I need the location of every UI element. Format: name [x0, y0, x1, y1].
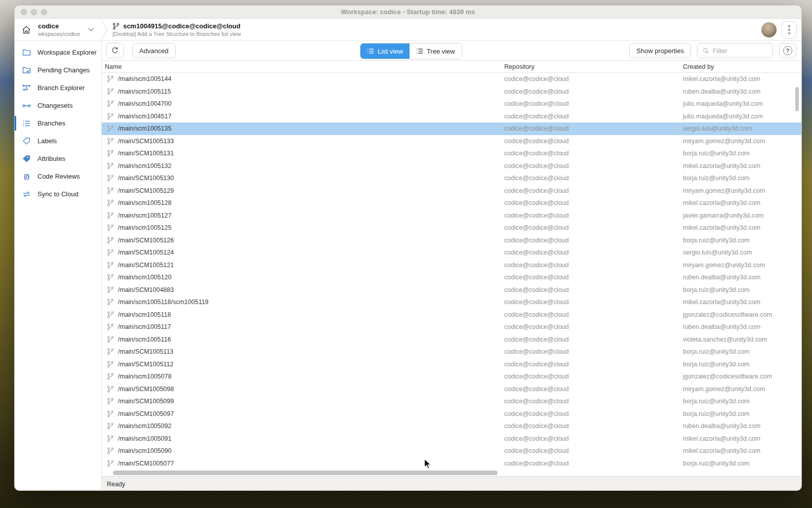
table-row[interactable]: /main/scm1005078 codice@codice@cloud jgo… [102, 370, 801, 383]
advanced-button[interactable]: Advanced [132, 43, 176, 58]
kebab-dot [788, 25, 790, 27]
table-row[interactable]: /main/SCM1005126 codice@codice@cloud bor… [102, 234, 801, 247]
branch-name-cell: /main/SCM1005098 [118, 386, 174, 393]
sidebar-item-labels[interactable]: Labels [15, 132, 101, 150]
sidebar-item-branch-explorer[interactable]: Branch Explorer [15, 79, 101, 97]
table-row[interactable]: /main/SCM1005077 codice@codice@cloud bor… [102, 457, 801, 470]
repository-cell: codice@codice@cloud [504, 98, 569, 110]
branch-name-cell: /main/scm1005118/scm1005119 [118, 299, 209, 306]
branch-icon [112, 23, 119, 30]
branch-icon [107, 187, 114, 194]
branch-name-cell: /main/scm1005090 [118, 447, 172, 454]
table-row[interactable]: /main/scm1004517 codice@codice@cloud jul… [102, 110, 801, 123]
created-by-cell: borja.ruiz@unity3d.com [683, 234, 750, 247]
table-row[interactable]: /main/SCM1005131 codice@codice@cloud bor… [102, 147, 801, 160]
table-row[interactable]: /main/scm1005091 codice@codice@cloud mik… [102, 433, 801, 445]
table-row[interactable]: /main/SCM1005097 codice@codice@cloud bor… [102, 408, 801, 420]
branch-name-cell: /main/scm1004700 [118, 100, 172, 107]
refresh-button[interactable] [106, 43, 124, 58]
app-window: Workspace: codice - Startup time: 4839 m… [14, 5, 802, 491]
horizontal-scrollbar-thumb[interactable] [113, 471, 498, 475]
created-by-cell: mikel.cazorla@unity3d.com [683, 222, 760, 234]
sidebar-item-branches[interactable]: Branches [15, 114, 101, 132]
created-by-cell: miryam.gomez@unity3d.com [683, 259, 765, 272]
vertical-scrollbar-thumb[interactable] [795, 87, 799, 111]
branch-icon [107, 150, 114, 157]
folder-icon [22, 49, 31, 56]
list-view-button[interactable]: List view [360, 44, 410, 59]
repository-cell: codice@codice@cloud [504, 445, 569, 457]
table-row[interactable]: /main/SCM1005121 codice@codice@cloud mir… [102, 259, 801, 272]
home-button[interactable] [15, 25, 38, 35]
branch-icon [107, 237, 114, 244]
table-row[interactable]: /main/scm1005125 codice@codice@cloud mik… [102, 222, 801, 234]
table-row[interactable]: /main/scm1005118 codice@codice@cloud jgo… [102, 309, 801, 321]
sidebar-item-workspace-explorer[interactable]: Workspace Explorer [15, 44, 101, 61]
table-row[interactable]: /main/SCM1004883 codice@codice@cloud bor… [102, 284, 801, 297]
branches-view: Advanced List view Tree view [102, 41, 801, 490]
created-by-cell: borja.ruiz@unity3d.com [683, 457, 750, 470]
table-row[interactable]: /main/scm1005127 codice@codice@cloud jav… [102, 209, 801, 222]
table-row[interactable]: /main/scm1005128 codice@codice@cloud mik… [102, 197, 801, 209]
filter-input[interactable] [713, 47, 767, 55]
branch-tree-icon [22, 84, 31, 92]
table-row[interactable]: /main/SCM1005098 codice@codice@cloud mir… [102, 383, 801, 396]
table-row[interactable]: /main/scm1005092 codice@codice@cloud rub… [102, 420, 801, 433]
created-by-cell: sergio.luis@unity3d.com [683, 122, 752, 135]
table-row[interactable]: /main/scm1005118/scm1005119 codice@codic… [102, 296, 801, 309]
table-row[interactable]: /main/SCM1005113 codice@codice@cloud bor… [102, 346, 801, 358]
sidebar-item-label: Labels [37, 137, 57, 145]
created-by-cell: mikel.cazorla@unity3d.com [683, 73, 760, 86]
branch-icon [107, 386, 114, 393]
column-header-created-by[interactable]: Created by [683, 63, 714, 70]
tree-view-button[interactable]: Tree view [410, 44, 462, 59]
column-header-name[interactable]: Name [105, 63, 121, 70]
sidebar-item-attributes[interactable]: Attributes [15, 150, 101, 167]
table-row[interactable]: /main/scm1005115 codice@codice@cloud rub… [102, 86, 801, 98]
table-row[interactable]: /main/scm1005116 codice@codice@cloud vio… [102, 333, 801, 346]
sidebar-item-label: Branches [37, 119, 65, 127]
branch-name-cell: /main/SCM1005133 [118, 138, 174, 145]
sidebar-item-pending-changes[interactable]: Pending Changes [15, 61, 101, 79]
show-properties-button[interactable]: Show properties [629, 43, 691, 58]
table-row[interactable]: /main/SCM1005133 codice@codice@cloud mir… [102, 135, 801, 148]
help-button[interactable]: ? [779, 43, 796, 58]
created-by-cell: borja.ruiz@unity3d.com [683, 395, 750, 408]
sidebar-item-code-reviews[interactable]: {/} Code Reviews [15, 167, 101, 185]
table-row[interactable]: /main/SCM1005130 codice@codice@cloud bor… [102, 172, 801, 185]
created-by-cell: miryam.gomez@unity3d.com [683, 383, 765, 396]
workspace-selector[interactable]: codice wkspaces/codice [38, 22, 94, 37]
sidebar-item-sync-to-cloud[interactable]: Sync to Cloud [15, 185, 101, 203]
branch-icon [107, 422, 114, 430]
zoom-button[interactable] [41, 9, 47, 15]
table-row[interactable]: /main/scm1005090 codice@codice@cloud mik… [102, 445, 801, 457]
sidebar-item-changesets[interactable]: Changesets [15, 97, 101, 114]
branch-icon [107, 286, 114, 293]
column-header-repository[interactable]: Repository [504, 63, 535, 70]
table-row[interactable]: /main/scm1005144 codice@codice@cloud mik… [102, 73, 801, 86]
table-row[interactable]: /main/scm1004700 codice@codice@cloud jul… [102, 98, 801, 110]
breadcrumb-separator [100, 19, 108, 41]
created-by-cell: mikel.cazorla@unity3d.com [683, 197, 760, 209]
table-row[interactable]: /main/SCM1005112 codice@codice@cloud bor… [102, 358, 801, 371]
minimize-button[interactable] [31, 9, 37, 15]
repository-cell: codice@codice@cloud [504, 321, 569, 333]
repository-cell: codice@codice@cloud [504, 271, 569, 284]
repository-cell: codice@codice@cloud [504, 284, 569, 297]
table-row[interactable]: /main/scm1005135 codice@codice@cloud ser… [102, 122, 801, 135]
table-row[interactable]: /main/scm1005117 codice@codice@cloud rub… [102, 321, 801, 333]
sidebar: Workspace Explorer Pending Changes Branc… [15, 41, 102, 490]
table-row[interactable]: /main/SCM1005099 codice@codice@cloud bor… [102, 395, 801, 408]
created-by-cell: jgonzalez@codicesoftware.com [683, 309, 772, 321]
close-button[interactable] [21, 9, 27, 15]
workspace-name: codice [38, 22, 80, 30]
kebab-menu-button[interactable] [782, 21, 797, 38]
table-row[interactable]: /main/scm1005132 codice@codice@cloud mik… [102, 160, 801, 173]
user-avatar[interactable] [761, 22, 777, 37]
table-row[interactable]: /main/SCM1005129 codice@codice@cloud mir… [102, 185, 801, 197]
created-by-cell: ruben.dealba@unity3d.com [683, 271, 760, 284]
branch-icon [107, 199, 114, 206]
repository-cell: codice@codice@cloud [504, 234, 569, 247]
table-row[interactable]: /main/scm1005120 codice@codice@cloud rub… [102, 271, 801, 284]
table-row[interactable]: /main/SCM1005124 codice@codice@cloud ser… [102, 246, 801, 259]
